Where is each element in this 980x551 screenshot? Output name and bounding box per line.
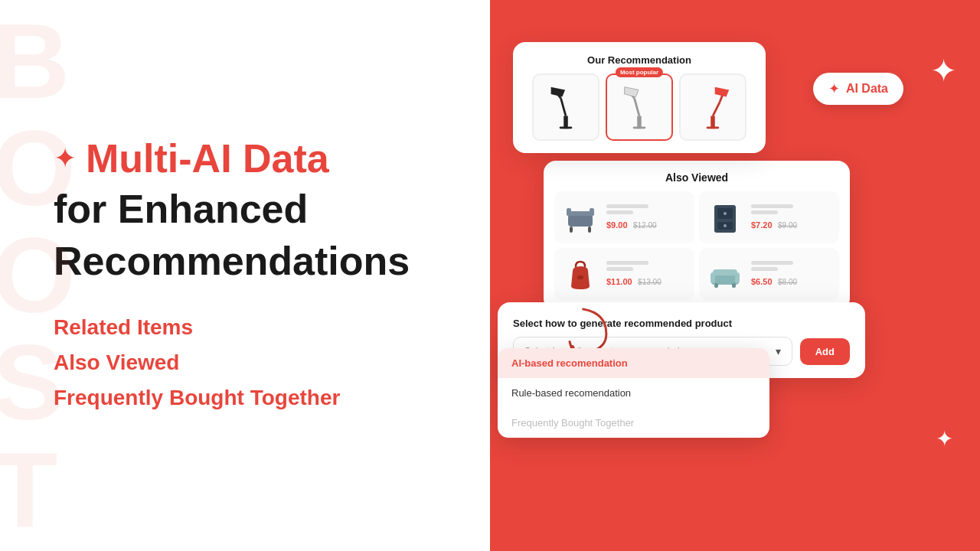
- sparkle-lg-icon: ✦: [930, 53, 957, 89]
- dropdown-menu: AI-based recomendation Rule-based recome…: [498, 348, 769, 438]
- watermark: B O O S T: [0, 0, 72, 551]
- svg-rect-27: [735, 272, 740, 283]
- av-line: [751, 204, 793, 208]
- ai-badge-text: AI Data: [846, 82, 888, 96]
- svg-rect-12: [568, 214, 593, 227]
- dropdown-item-rule[interactable]: Rule-based recomendation: [498, 378, 769, 408]
- svg-rect-14: [588, 227, 591, 233]
- hero-title-text: Multi-AI Data: [86, 137, 329, 181]
- svg-line-10: [713, 102, 720, 116]
- av-item-info-cabinet: $7.20 $9.00: [751, 204, 833, 231]
- av-orig-bag: $13.00: [638, 278, 662, 286]
- av-item-lines: [606, 261, 688, 271]
- av-grid: $9.00 $12.00: [554, 191, 839, 300]
- av-line: [606, 261, 648, 265]
- bag-img: [560, 254, 600, 294]
- svg-rect-29: [732, 283, 736, 288]
- av-item-info-bag: $11.00 $13.00: [606, 261, 688, 288]
- av-line: [751, 210, 778, 214]
- svg-rect-23: [577, 276, 583, 279]
- av-item-sofa: $6.50 $8.00: [699, 248, 839, 300]
- av-item-lines: [606, 204, 688, 214]
- feature-frequently-bought: Frequently Bought Together: [54, 382, 444, 414]
- popular-badge: Most popular: [616, 67, 663, 77]
- av-item-lines: [751, 261, 833, 271]
- dropdown-item-fbt[interactable]: Frequently Bought Together: [498, 408, 769, 438]
- av-item-info-chair: $9.00 $12.00: [606, 204, 688, 231]
- svg-line-2: [561, 98, 566, 116]
- av-item-chair: $9.00 $12.00: [554, 191, 694, 243]
- rec-product-3: [679, 73, 746, 141]
- sofa-img: [705, 254, 745, 294]
- rec-products: Most popular: [525, 73, 753, 141]
- svg-rect-5: [633, 126, 646, 129]
- av-title: Also Viewed: [554, 171, 839, 184]
- also-viewed-card: Also Viewed: [544, 161, 850, 311]
- av-item-cabinet: $7.20 $9.00: [699, 191, 839, 243]
- av-item-info-sofa: $6.50 $8.00: [751, 261, 833, 288]
- av-item-bag: $11.00 $13.00: [554, 248, 694, 300]
- ai-badge: ✦ AI Data: [813, 73, 903, 105]
- recommendation-card: Our Recommendation Most popular: [513, 42, 766, 153]
- sparkle-bottom-right: ✦: [936, 426, 953, 452]
- ai-badge-star-icon: ✦: [828, 80, 840, 97]
- watermark-letter: O: [0, 115, 72, 222]
- rec-card-title: Our Recommendation: [525, 54, 753, 66]
- av-price-bag: $11.00: [606, 277, 632, 286]
- feature-list: Related Items Also Viewed Frequently Bou…: [54, 311, 444, 414]
- right-section: ✦ AI Data ✦ ✦ Our Recommendation: [490, 0, 980, 551]
- watermark-letter: S: [0, 329, 72, 436]
- rec-product-1: [532, 73, 599, 141]
- svg-line-6: [635, 98, 639, 116]
- av-line: [751, 261, 793, 265]
- hero-recommendations: Recommendations: [54, 239, 444, 285]
- av-item-lines: [751, 204, 833, 214]
- sparkle-sm-icon: ✦: [936, 427, 953, 451]
- av-orig-chair: $12.00: [633, 221, 657, 230]
- sparkle-top-right: ✦: [930, 52, 957, 90]
- svg-point-21: [724, 212, 727, 215]
- dropdown-item-ai[interactable]: AI-based recomendation: [498, 348, 769, 378]
- svg-rect-16: [567, 208, 571, 216]
- rec-product-2: Most popular: [606, 73, 673, 141]
- chair-img: [560, 197, 600, 237]
- av-line: [606, 204, 648, 208]
- svg-rect-28: [714, 283, 718, 288]
- av-line: [751, 267, 778, 271]
- watermark-letter: T: [0, 436, 72, 543]
- add-button[interactable]: Add: [800, 338, 850, 365]
- svg-rect-17: [590, 208, 594, 216]
- watermark-letter: B: [0, 8, 72, 115]
- av-orig-cabinet: $9.00: [778, 221, 797, 230]
- hero-subtitle: for Enhanced: [54, 187, 444, 233]
- av-price-chair: $9.00: [606, 220, 628, 230]
- chevron-down-icon: ▾: [776, 345, 781, 357]
- feature-also-viewed: Also Viewed: [54, 347, 444, 379]
- av-orig-sofa: $8.00: [778, 278, 797, 286]
- svg-rect-25: [713, 269, 737, 276]
- svg-rect-26: [710, 272, 715, 283]
- av-price-sofa: $6.50: [751, 277, 773, 286]
- left-section: B O O S T ✦ Multi-AI Data for Enhanced R…: [0, 0, 490, 551]
- hero-title-row: ✦ Multi-AI Data: [54, 137, 444, 181]
- av-line: [606, 267, 633, 271]
- av-line: [606, 210, 633, 214]
- svg-rect-1: [560, 126, 573, 129]
- svg-rect-13: [570, 227, 573, 233]
- av-price-cabinet: $7.20: [751, 220, 773, 230]
- watermark-letter: O: [0, 222, 72, 329]
- feature-related-items: Related Items: [54, 311, 444, 344]
- cabinet-img: [705, 197, 745, 237]
- svg-point-22: [724, 224, 727, 227]
- svg-rect-9: [707, 126, 720, 129]
- page: B O O S T ✦ Multi-AI Data for Enhanced R…: [0, 0, 980, 551]
